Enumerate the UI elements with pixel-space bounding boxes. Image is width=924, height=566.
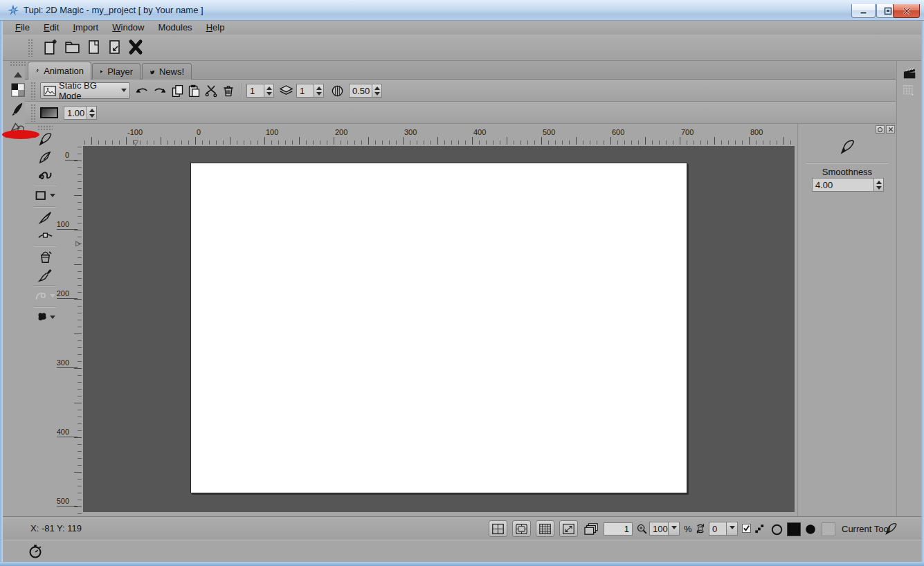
copy-button[interactable]	[169, 82, 185, 99]
tab-animation[interactable]: Animation	[28, 62, 91, 80]
menu-file[interactable]: File	[8, 21, 37, 35]
panel-close-button[interactable]	[886, 125, 895, 134]
save-project-button[interactable]	[84, 37, 104, 57]
fill-tool-button[interactable]	[36, 248, 54, 266]
scenes-dock-button[interactable]	[902, 65, 917, 80]
antialias-checkbox[interactable]	[742, 524, 751, 533]
red-highlight-annotation	[2, 130, 39, 139]
selection-tool-button[interactable]	[36, 208, 54, 226]
spin-down[interactable]	[874, 185, 883, 191]
thickness-spinbox-field[interactable]: 1.00	[64, 106, 87, 120]
tools-drag-handle[interactable]	[37, 125, 53, 130]
opacity-spinbox-field[interactable]: 0.50	[349, 84, 372, 98]
spin-down[interactable]	[264, 91, 273, 97]
onion-skin-button[interactable]	[583, 522, 599, 536]
close-project-button[interactable]	[126, 37, 145, 57]
frames-spinbox-field[interactable]: 1	[246, 84, 264, 98]
close-button[interactable]	[893, 4, 920, 18]
ink-tool-button[interactable]	[36, 148, 54, 166]
open-project-button[interactable]	[62, 37, 82, 57]
delete-button[interactable]	[220, 82, 237, 99]
spin-up[interactable]	[264, 84, 273, 91]
panel-float-button[interactable]	[876, 125, 885, 134]
spin-up[interactable]	[314, 84, 323, 91]
canvas-workspace[interactable]	[83, 146, 795, 512]
vertical-ruler[interactable]: ▷ 0100200300400500	[61, 146, 83, 515]
menu-modules[interactable]: Modules	[151, 21, 199, 35]
rectangle-tool-button[interactable]	[33, 187, 57, 205]
zoom-select-field[interactable]: 100	[649, 522, 669, 536]
spin-up[interactable]	[372, 84, 381, 91]
spin-down[interactable]	[372, 91, 381, 97]
v-ruler-label: 400	[57, 428, 78, 437]
layers-spinbox-field[interactable]: 1	[296, 84, 314, 98]
node-editor-icon	[37, 228, 53, 244]
color-palette-button[interactable]	[10, 82, 26, 98]
redo-button[interactable]	[151, 82, 168, 99]
rotation-select-arrow[interactable]	[727, 522, 738, 536]
check-icon	[743, 524, 750, 532]
opacity-spinbox-arrows[interactable]	[372, 84, 382, 98]
save-project-icon	[86, 39, 102, 55]
toolbar-drag-handle[interactable]	[30, 82, 37, 100]
fill-color-swatch[interactable]	[787, 522, 801, 536]
menu-help[interactable]: Help	[199, 21, 232, 35]
color-fill-icon	[35, 311, 48, 325]
twitter-bird-icon	[150, 67, 155, 77]
spin-down[interactable]	[87, 113, 96, 119]
timeline-dock-button[interactable]	[26, 542, 44, 560]
grid-icon	[491, 523, 505, 535]
selection-arrow-icon	[37, 210, 53, 226]
dense-grid-toggle-button[interactable]	[536, 520, 554, 537]
tools-separator	[34, 185, 56, 185]
empty-swatch[interactable]	[822, 522, 835, 536]
zoom-select-arrow[interactable]	[669, 522, 680, 536]
import-project-button[interactable]	[105, 37, 125, 57]
frames-spinbox-arrows[interactable]	[264, 84, 274, 98]
paste-button[interactable]	[185, 82, 202, 99]
titlebar[interactable]: Tupi: 2D Magic - my_project [ by Your na…	[0, 0, 924, 21]
menu-edit[interactable]: Edit	[37, 21, 66, 35]
ellipse-icon	[35, 289, 48, 303]
horizontal-ruler[interactable]: ▽ -1000100200300400500600700800	[83, 125, 795, 146]
outline-color-swatch[interactable]	[770, 522, 783, 536]
node-tool-button[interactable]	[36, 226, 54, 244]
drawing-canvas[interactable]	[190, 163, 687, 493]
cut-button[interactable]	[203, 82, 219, 99]
squiggle-tool-button[interactable]	[36, 166, 54, 184]
h-ruler-label: -100	[127, 128, 143, 136]
spin-up[interactable]	[874, 179, 883, 185]
layers-spinbox-arrows[interactable]	[314, 84, 324, 98]
toolbar-drag-handle[interactable]	[28, 39, 34, 57]
minimize-button[interactable]	[851, 4, 876, 18]
black-circle-icon	[804, 523, 817, 536]
tab-player[interactable]: Player	[92, 63, 141, 80]
color-fill-tool-button[interactable]	[33, 309, 57, 327]
thickness-swatch[interactable]	[40, 107, 58, 118]
smoothness-spinbox-arrows[interactable]	[874, 178, 884, 192]
undo-button[interactable]	[133, 82, 150, 99]
resize-canvas-button[interactable]	[559, 520, 578, 537]
toolbar-drag-handle[interactable]	[30, 104, 37, 122]
new-project-button[interactable]	[40, 37, 60, 57]
safe-area-toggle-button[interactable]	[512, 520, 531, 537]
spin-down[interactable]	[314, 91, 323, 97]
brush-settings-button[interactable]	[10, 101, 26, 118]
smoothness-spinbox-field[interactable]: 4.00	[812, 178, 874, 192]
tab-news[interactable]: News!	[142, 63, 192, 80]
grid-toggle-button[interactable]	[489, 520, 507, 537]
menu-import[interactable]: Import	[66, 21, 105, 35]
dock-drag-handle[interactable]	[10, 61, 26, 67]
bg-mode-select[interactable]: Static BG Mode	[40, 82, 130, 99]
frame-number-field[interactable]: 1	[604, 522, 633, 536]
new-project-icon	[42, 39, 59, 56]
thickness-spinbox-arrows[interactable]	[87, 106, 97, 120]
menu-window[interactable]: Window	[105, 21, 151, 35]
rotation-select-field[interactable]: 0	[709, 522, 727, 536]
brush-tool-button[interactable]	[36, 266, 54, 284]
spin-up[interactable]	[87, 107, 96, 113]
collapse-dock-button[interactable]	[10, 70, 26, 80]
pencil-icon	[884, 522, 898, 536]
frames-spinbox-value: 1	[250, 86, 255, 96]
pencil-icon	[839, 138, 856, 156]
